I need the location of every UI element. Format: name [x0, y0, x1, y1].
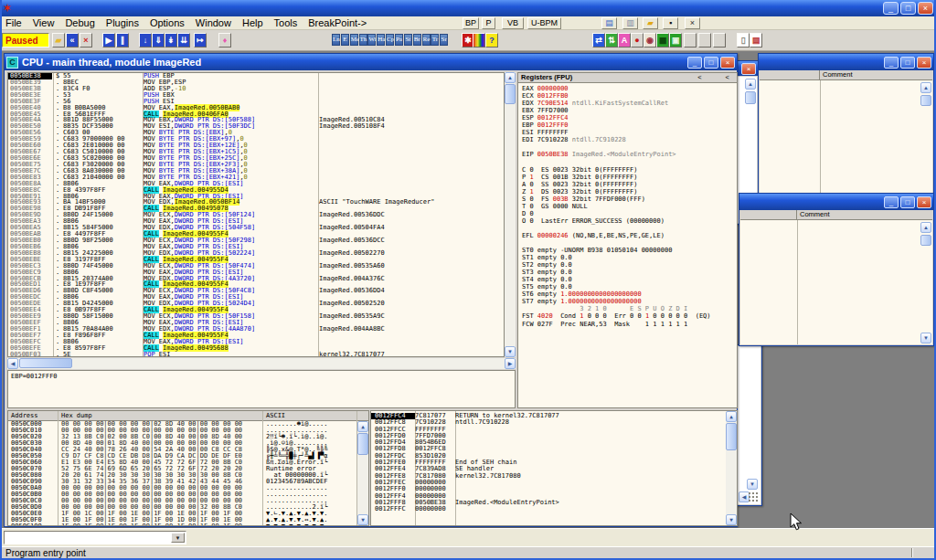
- winB-titlebar[interactable]: _ □ ×: [759, 54, 933, 70]
- dump-header-hex[interactable]: Hex dump: [58, 411, 262, 420]
- registers-collapse-1[interactable]: <: [697, 73, 725, 82]
- folder-icon[interactable]: ▰: [643, 17, 658, 29]
- menu-options[interactable]: Options: [144, 16, 190, 30]
- letter-button-cp[interactable]: Cp: [386, 34, 394, 46]
- register-line[interactable]: FCW 027F Prec NEAR,53 Mask 1 1 1 1 1 1: [522, 321, 737, 328]
- stack-pane[interactable]: 0012FFC47C817077RETURN to kernel32.7C817…: [370, 410, 738, 526]
- disasm-row[interactable]: 0050BE3B.83C4 F0ADD ESP,-10: [8, 86, 504, 92]
- winB-minimize-button[interactable]: _: [884, 57, 899, 69]
- register-line[interactable]: 3 2 1 0 E S P U O Z D I: [522, 305, 737, 312]
- disasm-hscroll-thumb[interactable]: [19, 358, 72, 368]
- menu-tools[interactable]: Tools: [269, 16, 303, 30]
- blank-button-1[interactable]: [684, 33, 697, 48]
- dump-pane[interactable]: Address Hex dump ASCII 0050C00000 00 00 …: [7, 410, 369, 526]
- bp-button-bp[interactable]: BP: [463, 17, 479, 29]
- cpu-minimize-button[interactable]: _: [687, 57, 702, 69]
- winC-maximize-button[interactable]: □: [900, 196, 915, 208]
- register-line[interactable]: ST5 empty 0.0: [522, 283, 737, 291]
- blank-button-3[interactable]: [713, 33, 726, 48]
- bp-button-p[interactable]: P: [482, 17, 495, 29]
- letter-button-pa[interactable]: Pa: [395, 34, 403, 46]
- winB-scroll-up[interactable]: ▲: [920, 82, 931, 93]
- layout-2-icon[interactable]: ▤: [750, 33, 762, 48]
- winB-scroll-thumb[interactable]: [920, 95, 931, 106]
- winC-scroll-down[interactable]: ▼: [920, 333, 931, 343]
- winD-resize-grip[interactable]: [748, 491, 760, 503]
- bp-button-u-bpm[interactable]: U-BPM: [527, 17, 561, 29]
- disassembly-hscrollbar[interactable]: ◀ ▶: [7, 358, 516, 369]
- disasm-scroll-rightbtn[interactable]: ▶: [505, 358, 516, 369]
- register-line[interactable]: ST6 empty 1.0000000000000000000: [522, 291, 737, 298]
- disasm-scroll-leftbtn[interactable]: ◀: [7, 358, 18, 369]
- blank-button-2[interactable]: [698, 33, 711, 48]
- register-line[interactable]: [522, 225, 737, 232]
- menu-file[interactable]: File: [0, 16, 27, 30]
- disasm-row[interactable]: 0050BEFE.E8 8597F8FFCALL ImageRed.004956…: [8, 345, 504, 352]
- disasm-scroll-up[interactable]: ▲: [505, 72, 516, 83]
- winA-close-button[interactable]: ×: [741, 63, 756, 75]
- disasm-row[interactable]: 0050BE38$55PUSH EBP: [8, 73, 504, 79]
- step-over-icon[interactable]: ⇓: [152, 33, 165, 48]
- stack-scroll-up[interactable]: ▲: [726, 411, 737, 422]
- winA-scroll-up[interactable]: ▲: [745, 79, 756, 90]
- register-line[interactable]: C 0 ES 0023 32bit 0(FFFFFFFF): [522, 166, 737, 174]
- help-icon[interactable]: ?: [485, 33, 498, 48]
- registers-pane[interactable]: Registers (FPU) < < EAX 00000000ECX 0012…: [517, 72, 738, 408]
- disassembly-pane[interactable]: 0050BE38$55PUSH EBP0050BE39.8BECMOV EBP,…: [7, 72, 505, 357]
- dump-scroll-up[interactable]: ▲: [357, 421, 368, 432]
- menu-debug[interactable]: Debug: [59, 16, 100, 30]
- disassembly-vscrollbar[interactable]: ▲ ▼: [505, 72, 516, 357]
- close-button[interactable]: ×: [918, 2, 933, 15]
- log-window-icon[interactable]: ▤: [601, 17, 617, 29]
- letter-button-tr[interactable]: Tr: [431, 34, 439, 46]
- disasm-row[interactable]: 0050BE3E.53PUSH EBX: [8, 92, 504, 99]
- letter-button-me[interactable]: Me: [350, 34, 358, 46]
- register-line[interactable]: [522, 143, 737, 151]
- disasm-scroll-down[interactable]: ▼: [505, 346, 516, 357]
- restore-button[interactable]: □: [900, 2, 916, 15]
- disasm-row[interactable]: 0050BEB0.8B0D 98F25000MOV ECX,DWORD PTR …: [8, 238, 504, 244]
- dump-header-address[interactable]: Address: [8, 411, 58, 420]
- register-line[interactable]: S 0 FS 003B 32bit 7FFDF000(FFF): [522, 195, 737, 203]
- letter-button-re[interactable]: Re: [422, 34, 431, 46]
- register-line[interactable]: EIP 0050BE38 ImageRed.<ModuleEntryPoint>: [522, 151, 737, 158]
- appearance-icon[interactable]: [473, 33, 485, 48]
- assemble-icon[interactable]: A: [618, 33, 631, 48]
- run-icon[interactable]: ▶: [102, 33, 115, 48]
- letter-button-th[interactable]: Th: [359, 34, 367, 46]
- pause-icon[interactable]: ∥: [116, 33, 129, 48]
- layout-1-icon[interactable]: ▯: [737, 33, 750, 48]
- bp-button-vb[interactable]: VB: [502, 17, 524, 29]
- letter-button-ln[interactable]: Ln: [332, 34, 340, 46]
- register-line[interactable]: [522, 158, 737, 165]
- disasm-row[interactable]: 0050BE8C.E8 4397F8FFCALL ImageRed.004955…: [8, 187, 504, 194]
- stack-scroll-down[interactable]: ▼: [726, 514, 737, 525]
- register-line[interactable]: [522, 239, 737, 247]
- spiral-icon[interactable]: ◉: [644, 33, 656, 48]
- winC-minimize-button[interactable]: _: [884, 196, 899, 208]
- command-combobox[interactable]: ▼: [4, 531, 186, 544]
- close-program-icon[interactable]: ×: [80, 33, 92, 48]
- winB-comment-header[interactable]: Comment: [820, 70, 853, 79]
- letter-button-sr[interactable]: Sr: [440, 34, 448, 46]
- letter-button-ha[interactable]: Ha: [377, 34, 385, 46]
- winC-scroll-thumb[interactable]: [920, 235, 931, 246]
- swap-icon[interactable]: ⇄: [592, 33, 605, 48]
- menu-plugins[interactable]: Plugins: [101, 16, 144, 30]
- dump-header-ascii[interactable]: ASCII: [262, 411, 285, 420]
- register-line[interactable]: ST2 empty 0.0: [522, 261, 737, 269]
- record-icon[interactable]: ●: [631, 33, 644, 48]
- menu-help[interactable]: Help: [237, 16, 269, 30]
- register-line[interactable]: EBP 0012FFF0: [522, 122, 737, 129]
- open-file-icon[interactable]: ▰: [52, 33, 65, 48]
- register-line[interactable]: T 0 GS 0000 NULL: [522, 203, 737, 210]
- register-line[interactable]: EFL 00000246 (NO,NB,E,BE,NS,PE,GE,LE): [522, 232, 737, 239]
- disasm-row[interactable]: 0050BEE9.8B0D 58F15000MOV ECX,DWORD PTR …: [8, 313, 504, 320]
- register-line[interactable]: ST3 empty 0.0: [522, 269, 737, 276]
- close-bar-button[interactable]: ×: [685, 17, 700, 29]
- stack-scroll-thumb[interactable]: [726, 423, 737, 450]
- till-return-icon[interactable]: ↦: [194, 33, 207, 48]
- dump-scroll-thumb[interactable]: [357, 433, 368, 455]
- menu-view[interactable]: View: [27, 16, 60, 30]
- cpu-titlebar[interactable]: C CPU - main thread, module ImageRed _ □…: [5, 54, 737, 70]
